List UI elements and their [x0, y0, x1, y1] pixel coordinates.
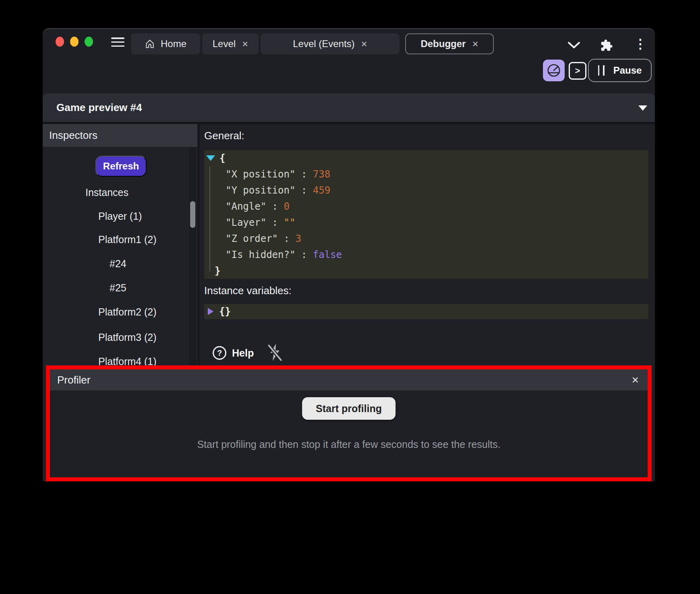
json-property: "Y position" : 459: [226, 182, 648, 198]
profiler-toggle-button[interactable]: [543, 60, 565, 81]
profiler-title: Profiler: [57, 369, 90, 390]
scrollbar-track[interactable]: [189, 147, 196, 365]
profiler-header: Profiler ×: [50, 369, 648, 390]
tree-item-instance-25[interactable]: #25: [110, 280, 126, 295]
traffic-light-close-icon[interactable]: [56, 37, 64, 47]
tab-level-events[interactable]: Level (Events) ×: [261, 33, 400, 54]
flash-off-icon[interactable]: [267, 343, 283, 362]
tree-guide-line: [209, 166, 210, 272]
inspectors-header: Inspectors: [43, 124, 197, 147]
game-preview-selector[interactable]: Game preview #4: [43, 93, 655, 122]
json-value: "": [284, 217, 296, 228]
menu-hamburger-icon[interactable]: [111, 37, 124, 47]
tab-level[interactable]: Level ×: [202, 33, 259, 54]
tree-item-instance-24[interactable]: #24: [110, 256, 126, 271]
help-button[interactable]: ? Help: [213, 346, 254, 360]
pause-icon: [598, 65, 605, 76]
home-icon: [145, 39, 155, 49]
app-window: Home Level × Level (Events) × Debugger ×…: [43, 28, 655, 481]
general-json-view: { "X position" : 738 "Y position" : 459 …: [204, 150, 648, 279]
open-brace: {: [220, 153, 225, 164]
traffic-light-zoom-icon[interactable]: [85, 37, 93, 47]
tree-item-platform2[interactable]: Platform2 (2): [98, 305, 156, 319]
tree-item-platform3[interactable]: Platform3 (2): [98, 330, 156, 344]
overflow-menu-icon[interactable]: ⋮: [634, 36, 644, 52]
tab-label: Debugger: [420, 38, 466, 50]
json-property: "Layer" : "": [226, 214, 648, 231]
chevron-down-icon[interactable]: [567, 41, 581, 50]
json-property: "X position" : 738: [226, 166, 648, 182]
json-value: false: [313, 249, 342, 260]
tab-close-icon[interactable]: ×: [472, 39, 478, 49]
profiler-hint: Start profiling and then stop it after a…: [50, 439, 648, 450]
pause-button[interactable]: Pause: [588, 59, 652, 82]
tab-label: Level: [213, 38, 236, 50]
caret-down-icon[interactable]: [638, 105, 647, 111]
extensions-puzzle-icon[interactable]: [600, 39, 613, 52]
inspectors-title: Inspectors: [49, 124, 97, 147]
tree-item-platform1[interactable]: Platform1 (2): [98, 232, 156, 247]
json-property: "Is hidden?" : false: [226, 247, 648, 263]
scrollbar-thumb[interactable]: [190, 201, 195, 228]
general-label: General:: [204, 130, 244, 142]
expand-triangle-icon[interactable]: [208, 308, 213, 315]
json-value: 459: [313, 185, 330, 196]
instance-variables-label: Instance variables:: [204, 285, 292, 297]
json-property: "Angle" : 0: [226, 198, 648, 214]
tab-close-icon[interactable]: ×: [361, 39, 367, 49]
gauge-icon: [546, 63, 561, 78]
traffic-light-minimize-icon[interactable]: [70, 37, 79, 47]
pause-label: Pause: [613, 65, 642, 76]
start-profiling-button[interactable]: Start profiling: [302, 397, 396, 420]
help-label: Help: [232, 347, 254, 359]
close-brace: }: [215, 265, 220, 276]
profiler-content: Start profiling Start profiling and then…: [50, 390, 648, 477]
json-value: 738: [313, 169, 330, 180]
tree-item-instances[interactable]: Instances: [85, 185, 128, 200]
tree-item-player[interactable]: Player (1): [98, 209, 142, 223]
tab-debugger[interactable]: Debugger ×: [405, 33, 494, 54]
json-value: 3: [295, 233, 301, 244]
profiler-panel: Profiler × Start profiling Start profili…: [46, 365, 652, 481]
game-preview-title: Game preview #4: [56, 93, 142, 122]
question-mark-icon: ?: [213, 346, 226, 360]
instance-variables-json-view: {}: [204, 304, 648, 319]
close-icon[interactable]: ×: [632, 369, 639, 390]
json-value: 0: [284, 201, 290, 212]
tab-label: Home: [161, 38, 186, 50]
refresh-button[interactable]: Refresh: [95, 156, 147, 177]
console-prompt-icon: >: [575, 66, 580, 76]
empty-object: {}: [219, 306, 231, 317]
collapse-triangle-icon[interactable]: [206, 155, 215, 161]
tab-close-icon[interactable]: ×: [242, 39, 248, 49]
tab-home[interactable]: Home: [131, 33, 200, 54]
tab-label: Level (Events): [293, 38, 354, 50]
console-button[interactable]: >: [569, 62, 586, 80]
json-property: "Z order" : 3: [226, 231, 648, 247]
